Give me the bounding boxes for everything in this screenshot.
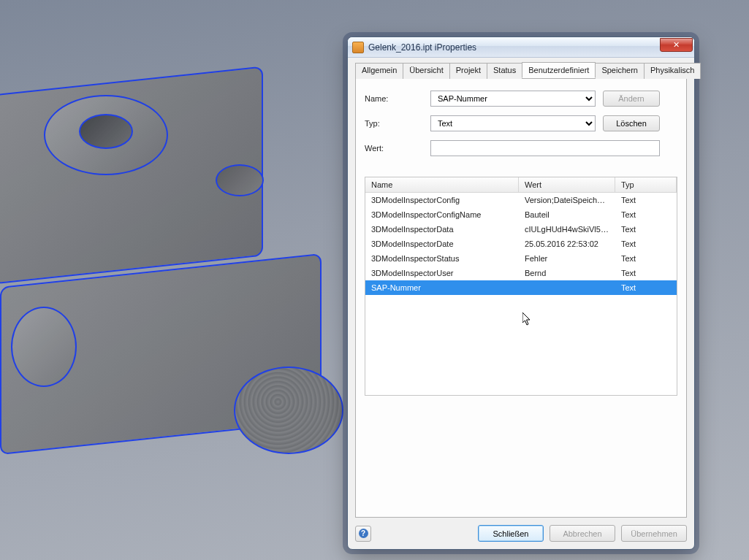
iproperties-dialog: Gelenk_2016.ipt iProperties ✕ AllgemeinÜ…	[347, 37, 695, 550]
wert-input[interactable]	[430, 140, 660, 156]
cell-typ: Text	[615, 222, 677, 237]
cell-name: 3DModelInspectorStatus	[365, 251, 519, 266]
cell-name: 3DModelInspectorDate	[365, 237, 519, 251]
cell-typ: Text	[615, 280, 677, 295]
label-wert: Wert:	[365, 144, 430, 153]
label-name: Name:	[365, 94, 430, 103]
cell-name: 3DModelInspectorConfig	[365, 193, 519, 207]
tab-strip: AllgemeinÜbersichtProjektStatusBenutzerd…	[355, 62, 687, 79]
tab-physikalisch[interactable]: Physikalisch	[644, 63, 702, 79]
uebernehmen-button[interactable]: Übernehmen	[621, 525, 687, 542]
titlebar[interactable]: Gelenk_2016.ipt iProperties ✕	[348, 37, 694, 58]
cell-typ: Text	[615, 193, 677, 207]
aendern-button[interactable]: Ändern	[603, 91, 660, 107]
table-row[interactable]: 3DModelInspectorDate25.05.2016 22:53:02T…	[365, 237, 677, 251]
cell-wert: Version;DateiSpeicherPf...	[519, 193, 615, 207]
tab-speichern[interactable]: Speichern	[595, 63, 645, 79]
row-name: Name: SAP-Nummer Ändern	[365, 91, 677, 107]
table-row[interactable]: 3DModelInspectorUserBerndText	[365, 266, 677, 280]
cell-name: 3DModelInspectorConfigName	[365, 207, 519, 222]
cell-typ: Text	[615, 266, 677, 280]
cell-wert: 25.05.2016 22:53:02	[519, 237, 615, 251]
tab-projekt[interactable]: Projekt	[449, 63, 487, 79]
cell-name: SAP-Nummer	[365, 280, 519, 295]
properties-table[interactable]: Name Wert Typ 3DModelInspectorConfigVers…	[365, 177, 677, 396]
table-row[interactable]: 3DModelInspectorDatacIULgHUdH4wSkiVl5ze+…	[365, 222, 677, 237]
close-button[interactable]: ✕	[660, 38, 693, 52]
col-header-wert[interactable]: Wert	[519, 177, 615, 192]
row-wert: Wert:	[365, 140, 677, 156]
cell-wert: Bauteil	[519, 207, 615, 222]
table-row[interactable]: SAP-NummerText	[365, 280, 677, 295]
cell-name: 3DModelInspectorUser	[365, 266, 519, 280]
cell-wert: Fehler	[519, 251, 615, 266]
label-typ: Typ:	[365, 119, 430, 128]
help-button[interactable]: ?	[355, 526, 371, 542]
table-header-row: Name Wert Typ	[365, 177, 677, 193]
loeschen-button[interactable]: Löschen	[603, 115, 660, 131]
cell-wert: cIULgHUdH4wSkiVl5ze+...	[519, 222, 615, 237]
window-title: Gelenk_2016.ipt iProperties	[368, 42, 660, 53]
tab-benutzerdefiniert[interactable]: Benutzerdefiniert	[522, 62, 596, 78]
tab-allgemein[interactable]: Allgemein	[355, 63, 403, 79]
schliessen-button[interactable]: Schließen	[478, 525, 544, 542]
abbrechen-button[interactable]: Abbrechen	[550, 525, 615, 542]
table-row[interactable]: 3DModelInspectorConfigNameBauteilText	[365, 207, 677, 222]
inventor-app-icon	[352, 42, 364, 53]
cell-wert	[519, 280, 615, 295]
cell-name: 3DModelInspectorData	[365, 222, 519, 237]
close-icon: ✕	[673, 40, 680, 50]
help-icon: ?	[359, 529, 368, 538]
col-header-name[interactable]: Name	[365, 177, 519, 192]
tab-uebersicht[interactable]: Übersicht	[403, 63, 449, 79]
row-typ: Typ: Text Löschen	[365, 115, 677, 131]
cell-typ: Text	[615, 251, 677, 266]
table-row[interactable]: 3DModelInspectorConfigVersion;DateiSpeic…	[365, 193, 677, 207]
cell-typ: Text	[615, 207, 677, 222]
table-row[interactable]: 3DModelInspectorStatusFehlerText	[365, 251, 677, 266]
tab-panel-benutzerdefiniert: Name: SAP-Nummer Ändern Typ: Text Lösche…	[355, 79, 687, 518]
name-combobox[interactable]: SAP-Nummer	[430, 91, 596, 107]
cell-typ: Text	[615, 237, 677, 251]
3d-model-viewport[interactable]	[0, 80, 380, 489]
col-header-typ[interactable]: Typ	[615, 177, 677, 192]
window-body: AllgemeinÜbersichtProjektStatusBenutzerd…	[348, 58, 694, 549]
dialog-footer: ? Schließen Abbrechen Übernehmen	[355, 518, 687, 542]
typ-combobox[interactable]: Text	[430, 115, 596, 131]
tab-status[interactable]: Status	[487, 63, 522, 79]
cell-wert: Bernd	[519, 266, 615, 280]
